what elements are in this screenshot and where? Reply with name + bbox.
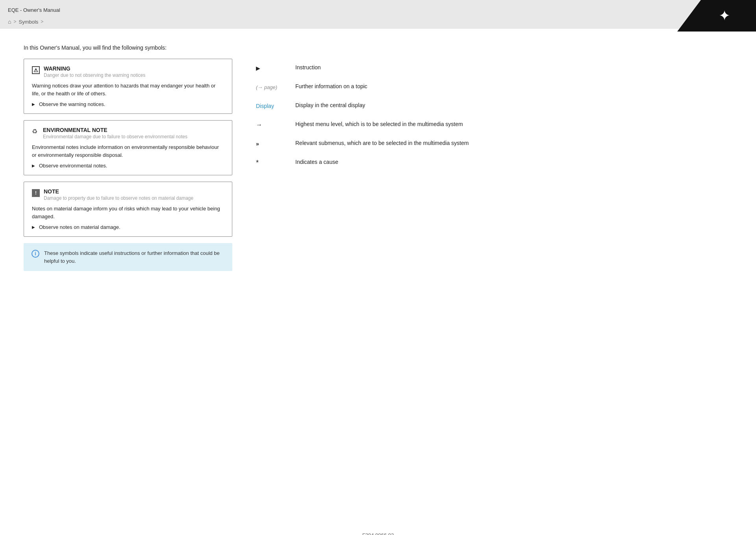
- warning-icon: ⚠: [32, 66, 40, 74]
- breadcrumb-symbols[interactable]: Symbols: [19, 19, 38, 25]
- note-title: NOTE: [44, 188, 193, 195]
- environmental-arrow-icon: ▶: [32, 163, 35, 168]
- environmental-box: ♻ ENVIRONMENTAL NOTE Environmental damag…: [24, 120, 232, 175]
- symbol-row-menu: → Highest menu level, which is to be sel…: [256, 115, 496, 134]
- symbol-row-display: Display Display in the central display: [256, 97, 496, 115]
- symbol-row-further: (→ page) Further information on a topic: [256, 78, 496, 97]
- environmental-instruction: ▶ Observe environmental notes.: [32, 163, 224, 169]
- breadcrumb-sep-1: >: [13, 19, 16, 24]
- warning-header: ⚠ WARNING Danger due to not observing th…: [32, 65, 224, 78]
- breadcrumb: ⌂ > Symbols >: [8, 15, 748, 29]
- symbol-further-desc: Further information on a topic: [295, 82, 496, 91]
- symbol-cause-icon: *: [256, 158, 287, 167]
- note-instruction-text: Observe notes on material damage.: [39, 224, 120, 230]
- note-body: Notes on material damage inform you of r…: [32, 205, 224, 220]
- footer-code: F294 0066 02: [362, 532, 394, 535]
- note-arrow-icon: ▶: [32, 225, 35, 229]
- page-ref-symbol: (→ page): [256, 84, 277, 90]
- double-arrow-icon: »: [256, 141, 259, 147]
- right-column: ▶ Instruction (→ page) Further informati…: [256, 59, 496, 271]
- footer: F294 0066 02: [0, 524, 756, 535]
- warning-body: Warning notices draw your attention to h…: [32, 82, 224, 97]
- app-title: EQE - Owner's Manual: [8, 4, 748, 15]
- note-box: ! NOTE Damage to property due to failure…: [24, 182, 232, 237]
- symbol-submenu-icon: »: [256, 139, 287, 149]
- environmental-instruction-text: Observe environmental notes.: [39, 163, 107, 169]
- warning-subtitle: Danger due to not observing the warning …: [44, 72, 145, 78]
- symbol-display-desc: Display in the central display: [295, 101, 496, 110]
- symbol-cause-desc: Indicates a cause: [295, 158, 496, 166]
- symbol-menu-icon: →: [256, 120, 287, 130]
- note-icon: !: [32, 189, 40, 197]
- environmental-subtitle: Environmental damage due to failure to o…: [43, 134, 187, 139]
- symbol-row-cause: * Indicates a cause: [256, 153, 496, 172]
- symbol-submenu-desc: Relevant submenus, which are to be selec…: [295, 139, 496, 147]
- intro-text: In this Owner's Manual, you will find th…: [24, 45, 732, 51]
- note-subtitle: Damage to property due to failure to obs…: [44, 195, 193, 201]
- symbol-row-submenu: » Relevant submenus, which are to be sel…: [256, 134, 496, 153]
- environmental-header: ♻ ENVIRONMENTAL NOTE Environmental damag…: [32, 127, 224, 139]
- left-column: ⚠ WARNING Danger due to not observing th…: [24, 59, 232, 271]
- breadcrumb-sep-2: >: [41, 19, 43, 24]
- note-header: ! NOTE Damage to property due to failure…: [32, 188, 224, 201]
- symbol-instruction-desc: Instruction: [295, 63, 496, 72]
- eco-icon: ♻: [32, 128, 39, 135]
- mercedes-star-icon: ✦: [719, 7, 730, 24]
- warning-box: ⚠ WARNING Danger due to not observing th…: [24, 59, 232, 114]
- main-content: In this Owner's Manual, you will find th…: [0, 29, 756, 524]
- warning-instruction: ▶ Observe the warning notices.: [32, 101, 224, 107]
- environmental-title: ENVIRONMENTAL NOTE: [43, 127, 187, 133]
- info-text: These symbols indicate useful instructio…: [44, 249, 224, 265]
- display-link-symbol[interactable]: Display: [256, 103, 274, 109]
- warning-instruction-text: Observe the warning notices.: [39, 101, 105, 107]
- symbol-further-icon: (→ page): [256, 82, 287, 92]
- play-arrow-icon: ▶: [256, 65, 260, 71]
- symbol-menu-desc: Highest menu level, which is to be selec…: [295, 120, 496, 128]
- symbol-row-instruction: ▶ Instruction: [256, 59, 496, 78]
- symbol-instruction-icon: ▶: [256, 63, 287, 73]
- info-box: i These symbols indicate useful instruct…: [24, 243, 232, 271]
- home-icon[interactable]: ⌂: [8, 19, 11, 25]
- info-icon: i: [32, 250, 39, 258]
- note-instruction: ▶ Observe notes on material damage.: [32, 224, 224, 230]
- symbol-display-icon: Display: [256, 101, 287, 111]
- header: EQE - Owner's Manual ✦ ⌂ > Symbols >: [0, 0, 756, 29]
- warning-title: WARNING: [44, 65, 145, 72]
- content-wrapper: ⚠ WARNING Danger due to not observing th…: [24, 59, 496, 271]
- asterisk-icon: *: [256, 159, 259, 167]
- warning-arrow-icon: ▶: [32, 102, 35, 106]
- environmental-body: Environmental notes include information …: [32, 143, 224, 159]
- nav-arrow-icon: →: [256, 121, 261, 128]
- symbols-table: ▶ Instruction (→ page) Further informati…: [256, 59, 496, 172]
